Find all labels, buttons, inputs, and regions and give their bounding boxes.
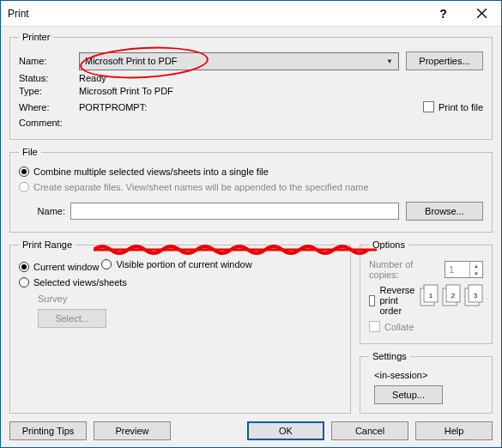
combine-radio[interactable]: Combine multiple selected views/sheets i…: [19, 166, 269, 177]
radio-icon: [19, 277, 29, 288]
print-dialog: Print ? Printer Name: Microsoft Print to…: [0, 0, 502, 448]
checkbox-icon: [369, 321, 380, 332]
help-button[interactable]: Help: [415, 421, 493, 440]
radio-icon: [101, 259, 112, 269]
file-legend: File: [19, 147, 41, 157]
ok-button[interactable]: OK: [247, 421, 324, 440]
survey-label: Survey: [38, 294, 342, 304]
print-to-file-checkbox[interactable]: Print to file: [423, 101, 483, 112]
type-value: Microsoft Print To PDF: [79, 86, 173, 96]
session-label: <in-session>: [369, 368, 483, 385]
checkbox-icon: [423, 101, 434, 112]
settings-legend: Settings: [369, 351, 410, 361]
properties-button[interactable]: Properties...: [406, 51, 483, 70]
radio-icon: [19, 262, 29, 272]
browse-button[interactable]: Browse...: [406, 202, 483, 221]
spinner-arrows[interactable]: ▲▼: [469, 262, 482, 277]
printing-tips-button[interactable]: Printing Tips: [9, 421, 87, 440]
copies-label: Number of copies:: [369, 259, 445, 280]
setup-button[interactable]: Setup...: [374, 385, 443, 404]
status-value: Ready: [79, 73, 106, 83]
svg-text:3: 3: [474, 292, 478, 300]
file-name-input[interactable]: [70, 203, 399, 220]
titlebar: Print ?: [1, 1, 501, 27]
name-label: Name:: [19, 56, 79, 66]
help-icon[interactable]: ?: [424, 1, 463, 26]
range-legend: Print Range: [19, 239, 76, 250]
comment-label: Comment:: [19, 118, 79, 128]
radio-icon: [19, 166, 29, 177]
current-window-radio[interactable]: Current window: [19, 262, 99, 272]
reverse-order-checkbox[interactable]: Reverse print order: [369, 285, 420, 316]
separate-radio: Create separate files. View/sheet names …: [19, 182, 369, 192]
type-label: Type:: [19, 86, 79, 96]
svg-text:1: 1: [429, 292, 433, 300]
printer-name-select[interactable]: Microsoft Print to PDF ▼: [79, 52, 399, 70]
cancel-button[interactable]: Cancel: [331, 421, 408, 440]
checkbox-icon: [369, 295, 375, 306]
select-button: Select...: [38, 309, 106, 328]
radio-icon: [19, 182, 29, 192]
printer-name-value: Microsoft Print to PDF: [85, 56, 178, 66]
visible-portion-radio[interactable]: Visible portion of current window: [101, 259, 251, 269]
where-label: Where:: [19, 102, 79, 112]
window-title: Print: [8, 8, 424, 20]
copies-value: 1: [445, 262, 469, 277]
copies-spinner[interactable]: 1 ▲▼: [445, 261, 483, 278]
file-group: File Combine multiple selected views/she…: [9, 147, 493, 233]
options-legend: Options: [369, 239, 408, 250]
print-range-group: Print Range Current window Visible porti…: [9, 239, 351, 414]
options-group: Options Number of copies: 1 ▲▼ Reverse p…: [360, 239, 493, 344]
where-value: PORTPROMPT:: [79, 102, 147, 112]
collate-checkbox: Collate: [369, 321, 414, 332]
settings-group: Settings <in-session> Setup...: [360, 351, 493, 414]
preview-button[interactable]: Preview: [94, 421, 171, 440]
collate-preview-icon: 1 2 3: [420, 284, 483, 335]
close-icon[interactable]: [463, 1, 501, 26]
file-name-label: Name:: [19, 206, 70, 216]
chevron-down-icon: ▼: [386, 58, 393, 65]
selected-views-radio[interactable]: Selected views/sheets: [19, 277, 127, 288]
status-label: Status:: [19, 73, 79, 83]
button-bar: Printing Tips Preview OK Cancel Help: [9, 421, 493, 440]
svg-text:2: 2: [451, 292, 456, 300]
printer-group: Printer Name: Microsoft Print to PDF ▼ P…: [9, 32, 493, 140]
printer-legend: Printer: [19, 32, 53, 42]
